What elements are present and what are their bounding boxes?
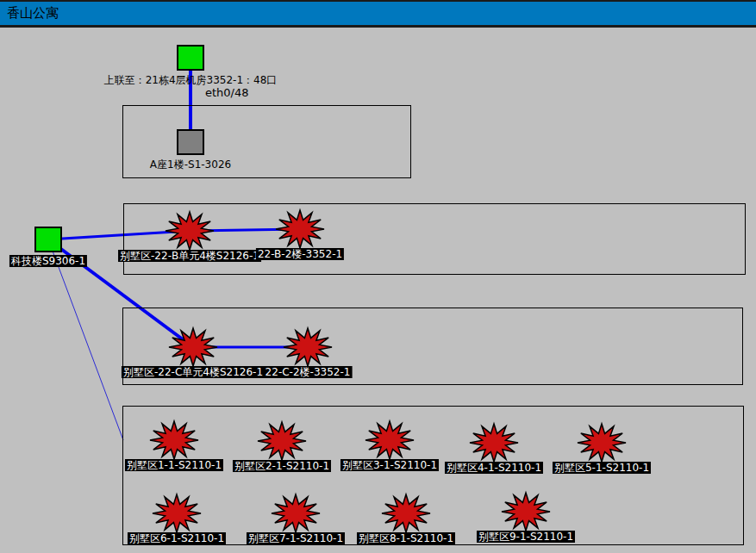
uplink-switch-icon[interactable] — [177, 45, 204, 71]
villa-22c-unit-label[interactable]: 别墅区-22-C单元4楼S2126-1 — [122, 366, 265, 378]
villa-5-1-label[interactable]: 别墅区5-1-S2110-1 — [553, 462, 651, 474]
villa-1-1-label[interactable]: 别墅区1-1-S2110-1 — [125, 459, 223, 471]
group-box-4 — [122, 406, 744, 545]
group-box-2 — [123, 203, 746, 275]
villa-9-1-label[interactable]: 别墅区9-1-S2110-1 — [477, 531, 575, 543]
villa-8-1-label[interactable]: 别墅区8-1-S2110-1 — [357, 532, 455, 544]
link-tech-building-switch--villa-group-corner — [48, 239, 123, 440]
page-title: 香山公寓 — [7, 5, 59, 21]
window-titlebar[interactable]: 香山公寓 — [0, 0, 756, 28]
tech-building-switch-icon[interactable] — [34, 227, 62, 252]
villa-22b-unit-label[interactable]: 别墅区-22-B单元4楼S2126-1 — [118, 250, 261, 262]
villa-7-1-label[interactable]: 别墅区7-1-S2110-1 — [247, 532, 345, 544]
uplink-switch-label[interactable]: 上联至：21栋4层机房3352-1：48口 — [104, 73, 278, 88]
villa-4-1-label[interactable]: 别墅区4-1-S2110-1 — [445, 462, 543, 474]
villa-6-1-label[interactable]: 别墅区6-1-S2110-1 — [128, 532, 226, 544]
villa-2-1-label[interactable]: 别墅区2-1-S2110-1 — [233, 460, 331, 472]
uplink-port-label: eth0/48 — [205, 86, 249, 99]
villa-22c-floor2-label[interactable]: 22-C-2楼-3352-1 — [264, 366, 353, 378]
villa-22b-floor2-label[interactable]: 22-B-2楼-3352-1 — [256, 248, 344, 260]
topology-canvas: 上联至：21栋4层机房3352-1：48口A座1楼-S1-3026科技楼S930… — [0, 0, 756, 553]
tech-building-switch-label[interactable]: 科技楼S9306-1 — [9, 255, 87, 267]
a-block-switch-icon[interactable] — [177, 129, 204, 155]
villa-3-1-label[interactable]: 别墅区3-1-S2110-1 — [341, 459, 439, 471]
a-block-switch-label[interactable]: A座1楼-S1-3026 — [150, 158, 231, 172]
